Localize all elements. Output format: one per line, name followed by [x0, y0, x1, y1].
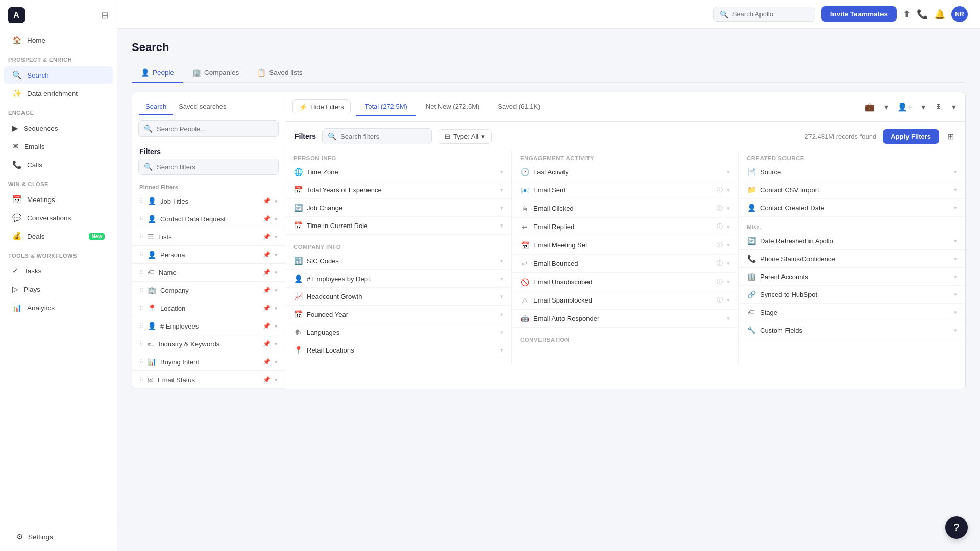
filter-name: Email Status — [158, 376, 259, 384]
grid-view-icon[interactable]: ⊞ — [945, 130, 956, 143]
search-area: Search Saved searches 🔍 Filters 🔍 — [132, 92, 966, 389]
hide-filters-button[interactable]: ⚡ Hide Filters — [292, 99, 351, 114]
filter-option-email-unsubscribed[interactable]: 🚫 Email Unsubscribed ⓘ ▾ — [512, 273, 738, 291]
sidebar-item-home[interactable]: 🏠 Home — [4, 32, 113, 49]
tab-saved-lists[interactable]: 📋 Saved lists — [248, 63, 311, 83]
eye-icon[interactable]: 👁 — [933, 101, 945, 114]
stats-tab-net-new[interactable]: Net New (272.5M) — [416, 97, 488, 116]
filter-options-search-input[interactable] — [340, 133, 426, 140]
filter-option-retail-locations[interactable]: 📍 Retail Locations ▾ — [285, 341, 511, 359]
sidebar-item-settings[interactable]: ⚙ Settings — [8, 528, 109, 545]
filter-option-time-in-role[interactable]: 📅 Time in Current Role ▾ — [285, 217, 511, 235]
apply-filters-button[interactable]: Apply Filters — [883, 129, 939, 144]
sidebar-item-tasks[interactable]: ✓ Tasks — [4, 262, 113, 280]
filter-option-label: Email Spamblocked — [533, 296, 713, 304]
filter-option-email-auto-responder[interactable]: 🤖 Email Auto Responder ▾ — [512, 310, 738, 328]
filter-options-search[interactable]: 🔍 — [322, 128, 432, 144]
stats-tab-total[interactable]: Total (272.5M) — [356, 97, 416, 116]
filter-item-name[interactable]: ⠿ 🏷 Name 📌 ▾ — [132, 264, 285, 282]
filter-option-languages[interactable]: 🗣 Languages ▾ — [285, 323, 511, 341]
filter-item-industry-keywords[interactable]: ⠿ 🏷 Industry & Keywords 📌 ▾ — [132, 335, 285, 353]
sidebar-toggle-icon[interactable]: ⊟ — [101, 10, 109, 21]
filter-option-custom-fields[interactable]: 🔧 Custom Fields ▾ — [739, 321, 965, 339]
csv-icon: 📁 — [747, 186, 756, 194]
filter-option-stage[interactable]: 🏷 Stage ▾ — [739, 304, 965, 321]
filter-search-input[interactable] — [157, 163, 273, 171]
sidebar-item-conversations[interactable]: 💬 Conversations — [4, 209, 113, 227]
chevron-down-icon[interactable]: ▾ — [919, 100, 927, 114]
filter-option-last-activity[interactable]: 🕐 Last Activity ▾ — [512, 163, 738, 181]
filter-item-location[interactable]: ⠿ 📍 Location 📌 ▾ — [132, 299, 285, 317]
filter-item-persona[interactable]: ⠿ 👤 Persona 📌 ▾ — [132, 246, 285, 264]
job-titles-icon: 👤 — [148, 197, 156, 205]
phone-icon[interactable]: 📞 — [917, 9, 928, 20]
filter-item-company[interactable]: ⠿ 🏢 Company 📌 ▾ — [132, 282, 285, 299]
notification-icon[interactable]: 🔔 — [934, 9, 945, 20]
filter-option-founded-year[interactable]: 📅 Founded Year ▾ — [285, 306, 511, 323]
sidebar-item-calls[interactable]: 📞 Calls — [4, 156, 113, 173]
upload-icon[interactable]: ⬆ — [903, 9, 911, 20]
filter-item-lists[interactable]: ⠿ ☰ Lists 📌 ▾ — [132, 228, 285, 246]
filter-item-job-titles[interactable]: ⠿ 👤 Job Titles 📌 ▾ — [132, 192, 285, 210]
filter-option-source[interactable]: 📄 Source ▾ — [739, 163, 965, 181]
filter-subtab-saved[interactable]: Saved searches — [173, 98, 232, 115]
filter-item-num-employees[interactable]: ⠿ 👤 # Employees 📌 ▾ — [132, 317, 285, 335]
filter-option-email-sent[interactable]: 📧 Email Sent ⓘ ▾ — [512, 181, 738, 199]
people-search-input-container[interactable]: 🔍 — [138, 120, 279, 137]
sidebar-item-data-enrichment[interactable]: ✨ Data enrichment — [4, 85, 113, 102]
filter-subtab-search[interactable]: Search — [139, 98, 173, 115]
stats-tab-saved[interactable]: Saved (61.1K) — [488, 97, 549, 116]
filter-option-headcount-growth[interactable]: 📈 Headcount Growth ▾ — [285, 288, 511, 306]
people-search-input[interactable] — [157, 125, 273, 133]
filter-name: Company — [160, 287, 259, 294]
invite-teammates-button[interactable]: Invite Teammates — [821, 6, 897, 22]
filter-option-time-zone[interactable]: 🌐 Time Zone ▾ — [285, 163, 511, 181]
sidebar-item-meetings[interactable]: 📅 Meetings — [4, 191, 113, 208]
filter-option-synced-hubspot[interactable]: 🔗 Synced to HubSpot ▾ — [739, 286, 965, 304]
filter-option-employees-by-dept[interactable]: 👤 # Employees by Dept. ▾ — [285, 270, 511, 288]
drag-handle-icon: ⠿ — [139, 341, 143, 347]
global-search[interactable]: 🔍 — [713, 7, 815, 22]
filter-option-sic-codes[interactable]: 🔢 SIC Codes ▾ — [285, 252, 511, 270]
filter-item-contact-data-request[interactable]: ⠿ 👤 Contact Data Request 📌 ▾ — [132, 210, 285, 228]
filter-option-label: Parent Accounts — [760, 273, 950, 281]
filter-option-contact-created-date[interactable]: 👤 Contact Created Date ▾ — [739, 199, 965, 217]
filter-option-label: # Employees by Dept. — [307, 275, 496, 283]
topbar: 🔍 Invite Teammates ⬆ 📞 🔔 NR — [117, 0, 980, 29]
filter-option-email-clicked[interactable]: 🖱 Email Clicked ⓘ ▾ — [512, 199, 738, 218]
sidebar-item-emails[interactable]: ✉ Emails — [4, 138, 113, 155]
type-filter-button[interactable]: ⊟ Type: All ▾ — [438, 129, 492, 144]
sidebar-item-sequences[interactable]: ▶ Sequences — [4, 119, 113, 137]
filters-header-label: Filters — [295, 132, 316, 140]
sidebar-item-search[interactable]: 🔍 Search — [4, 66, 113, 84]
filter-option-email-spamblocked[interactable]: ⚠ Email Spamblocked ⓘ ▾ — [512, 291, 738, 310]
filter-option-email-meeting-set[interactable]: 📅 Email Meeting Set ⓘ ▾ — [512, 236, 738, 255]
avatar[interactable]: NR — [951, 6, 968, 22]
sidebar-item-plays[interactable]: ▷ Plays — [4, 281, 113, 298]
filter-option-total-years-experience[interactable]: 📅 Total Years of Experience ▾ — [285, 181, 511, 199]
sidebar-item-deals[interactable]: 💰 Deals New — [4, 228, 113, 245]
filter-item-email-status[interactable]: ⠿ ✉ Email Status 📌 ▾ — [132, 371, 285, 389]
filter-search-container[interactable]: 🔍 — [138, 159, 279, 175]
chevron-down-icon[interactable]: ▾ — [950, 100, 958, 114]
chevron-down-icon[interactable]: ▾ — [882, 100, 890, 114]
filter-option-contact-csv-import[interactable]: 📁 Contact CSV Import ▾ — [739, 181, 965, 199]
filter-option-phone-status[interactable]: 📞 Phone Status/Confidence ▾ — [739, 250, 965, 268]
filter-option-job-change[interactable]: 🔄 Job Change ▾ — [285, 199, 511, 217]
filter-item-buying-intent[interactable]: ⠿ 📊 Buying Intent 📌 ▾ — [132, 353, 285, 371]
add-person-icon[interactable]: 👤+ — [895, 100, 914, 114]
employees-icon: 👤 — [148, 322, 156, 330]
filter-option-email-replied[interactable]: ↩ Email Replied ⓘ ▾ — [512, 218, 738, 236]
filter-option-email-bounced[interactable]: ↩ Email Bounced ⓘ ▾ — [512, 255, 738, 273]
help-button[interactable]: ? — [945, 516, 968, 539]
global-search-input[interactable] — [732, 10, 808, 18]
email-sent-icon: 📧 — [520, 186, 529, 194]
logo-icon[interactable]: A — [8, 7, 24, 23]
tab-companies[interactable]: 🏢 Companies — [183, 63, 248, 83]
filter-option-parent-accounts[interactable]: 🏢 Parent Accounts ▾ — [739, 268, 965, 286]
sidebar-item-analytics[interactable]: 📊 Analytics — [4, 299, 113, 316]
tab-people[interactable]: 👤 People — [132, 63, 183, 83]
search-icon: 🔍 — [328, 132, 336, 140]
briefcase-icon[interactable]: 💼 — [863, 100, 877, 114]
filter-option-date-refreshed[interactable]: 🔄 Date Refreshed in Apollo ▾ — [739, 232, 965, 250]
